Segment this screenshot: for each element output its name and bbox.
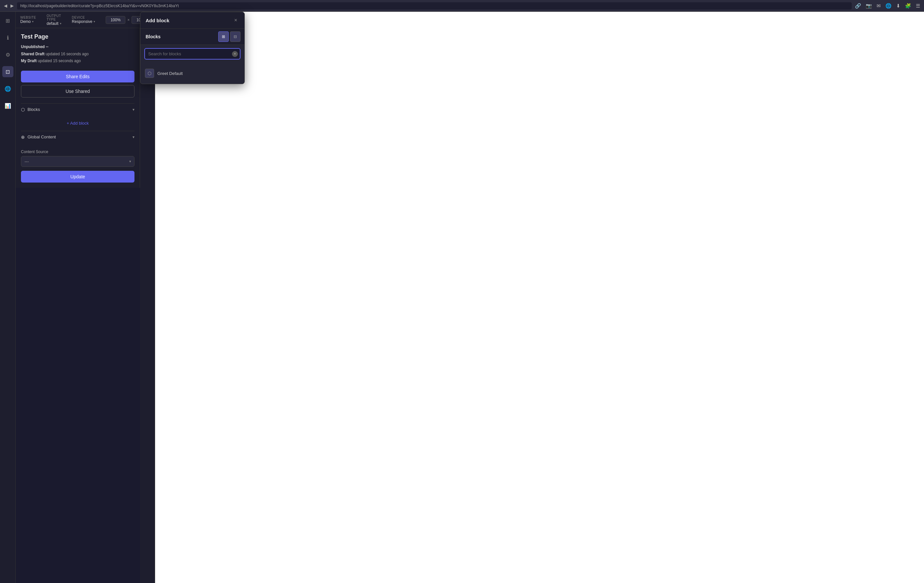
- modal-area: ⬡ ≡ 🔗 ⧉ Add block × Blocks ⊞ ⊟: [140, 12, 924, 583]
- update-button[interactable]: Update: [21, 171, 134, 183]
- modal-block-list: ⬡ Greet Default: [140, 63, 244, 84]
- device-chevron: ▾: [94, 20, 95, 23]
- use-shared-button[interactable]: Use Shared: [21, 85, 134, 97]
- website-label: Website: [20, 16, 36, 19]
- url-bar[interactable]: http://localhost/pagebuilder/editor/cura…: [17, 2, 852, 10]
- zoom-width-input[interactable]: [106, 16, 125, 24]
- content-source-select[interactable]: ---: [21, 156, 134, 167]
- block-item-greet-default[interactable]: ⬡ Greet Default: [140, 65, 244, 81]
- sidebar-item-settings[interactable]: ⚙: [2, 49, 13, 60]
- left-column: Website Demo ▾ Output Type default ▾ Dev…: [16, 12, 140, 583]
- link-browser-icon[interactable]: 🔗: [855, 3, 861, 9]
- blocks-section-left: ⬡ Blocks: [21, 107, 40, 112]
- search-input-wrapper: ×: [144, 48, 241, 59]
- download-browser-icon[interactable]: ⬇: [896, 3, 901, 9]
- device-value: Responsive: [72, 19, 92, 24]
- status-unpublished: Unpublished --: [21, 43, 134, 51]
- add-block-modal: Add block × Blocks ⊞ ⊟ × ⬡ Greet Default: [140, 12, 245, 84]
- global-content-icon: ⊕: [21, 134, 25, 140]
- page-title: Test Page: [21, 33, 134, 40]
- share-edits-button[interactable]: Share Edits: [21, 71, 134, 83]
- output-type-label: Output Type: [47, 14, 61, 21]
- top-toolbar: Website Demo ▾ Output Type default ▾ Dev…: [16, 12, 140, 28]
- browser-icon-left: ◀: [4, 3, 7, 8]
- global-content-section: Content Source --- Update: [21, 143, 134, 183]
- block-name-greet-default: Greet Default: [157, 71, 183, 76]
- modal-header: Add block ×: [140, 12, 244, 29]
- mail-browser-icon[interactable]: ✉: [876, 3, 881, 9]
- device-group: Device Responsive ▾: [72, 16, 96, 24]
- app-container: ⊞ ℹ ⚙ ⊡ 🌐 📊 Website Demo ▾: [0, 12, 924, 583]
- shared-draft-time: updated 16 seconds ago: [46, 52, 88, 56]
- sidebar-item-globe[interactable]: 🌐: [2, 83, 13, 94]
- block-icon-greet-default: ⬡: [145, 69, 154, 78]
- device-dropdown[interactable]: Responsive ▾: [72, 19, 96, 24]
- sidebar-item-chart[interactable]: 📊: [2, 100, 13, 111]
- globe-icon: 🌐: [5, 86, 11, 92]
- settings-icon: ⚙: [5, 52, 10, 58]
- device-label: Device: [72, 16, 96, 19]
- my-draft-label: My Draft: [21, 59, 37, 63]
- global-content-label: Global Content: [28, 134, 56, 139]
- blocks-section-icon: ⬡: [21, 107, 25, 112]
- blocks-chevron-icon: ▾: [132, 107, 134, 112]
- shared-draft-label: Shared Draft: [21, 52, 45, 56]
- camera-browser-icon[interactable]: 📷: [866, 3, 872, 9]
- browser-icons: 🔗 📷 ✉ 🌐 ⬇ 🧩 ☰: [855, 3, 920, 9]
- browser-icon-right: ▶: [10, 3, 14, 8]
- left-panel: Test Page Unpublished -- Shared Draft up…: [16, 28, 140, 188]
- puzzle-browser-icon[interactable]: 🧩: [905, 3, 911, 9]
- global-content-section-header[interactable]: ⊕ Global Content ▾: [21, 131, 134, 143]
- add-block-button[interactable]: + Add block: [21, 116, 134, 131]
- pages-icon: ⊞: [5, 18, 10, 24]
- global-content-chevron: ▾: [132, 135, 134, 139]
- page-meta: Unpublished -- Shared Draft updated 16 s…: [21, 43, 134, 65]
- website-dropdown[interactable]: Demo ▾: [20, 19, 36, 24]
- status-my: My Draft updated 15 seconds ago: [21, 58, 134, 65]
- website-chevron: ▾: [32, 20, 34, 23]
- output-type-chevron: ▾: [60, 22, 61, 25]
- content-source-wrapper: ---: [21, 156, 134, 167]
- modal-grid-view-btn[interactable]: ⊞: [218, 31, 229, 42]
- menu-browser-icon[interactable]: ☰: [916, 3, 920, 9]
- globe-browser-icon[interactable]: 🌐: [885, 3, 892, 9]
- zoom-separator: ×: [127, 18, 130, 22]
- search-clear-button[interactable]: ×: [232, 51, 238, 57]
- website-value: Demo: [20, 19, 31, 24]
- info-icon: ℹ: [7, 35, 9, 41]
- canvas-area: [155, 12, 924, 583]
- sidebar-item-editor[interactable]: ⊡: [2, 66, 13, 77]
- status-shared: Shared Draft updated 16 seconds ago: [21, 51, 134, 58]
- modal-close-button[interactable]: ×: [232, 17, 239, 24]
- global-content-left: ⊕ Global Content: [21, 134, 56, 140]
- modal-tabs: Blocks ⊞ ⊟: [140, 29, 244, 45]
- modal-list-view-btn[interactable]: ⊟: [230, 31, 241, 42]
- browser-bar: ◀ ▶ http://localhost/pagebuilder/editor/…: [0, 0, 924, 12]
- output-type-group: Output Type default ▾: [47, 14, 61, 26]
- search-blocks-input[interactable]: [144, 48, 241, 59]
- blocks-section-header[interactable]: ⬡ Blocks ▾: [21, 103, 134, 116]
- left-panel-inner: Test Page Unpublished -- Shared Draft up…: [16, 28, 140, 188]
- modal-side-icons: ⬡ ≡ 🔗 ⧉: [140, 12, 155, 583]
- my-draft-time: updated 15 seconds ago: [38, 59, 81, 63]
- output-type-dropdown[interactable]: default ▾: [47, 21, 61, 26]
- output-type-value: default: [47, 21, 59, 26]
- chart-icon: 📊: [5, 103, 11, 109]
- sidebar-item-pages[interactable]: ⊞: [2, 15, 13, 26]
- editor-icon: ⊡: [5, 69, 10, 75]
- icon-sidebar: ⊞ ℹ ⚙ ⊡ 🌐 📊: [0, 12, 16, 583]
- modal-search-bar: ×: [140, 45, 244, 63]
- content-source-label: Content Source: [21, 150, 134, 154]
- blocks-section-label: Blocks: [28, 107, 40, 112]
- sidebar-item-info[interactable]: ℹ: [2, 32, 13, 43]
- modal-blocks-label: Blocks: [144, 31, 217, 42]
- website-group: Website Demo ▾: [20, 16, 36, 24]
- modal-title: Add block: [145, 18, 170, 23]
